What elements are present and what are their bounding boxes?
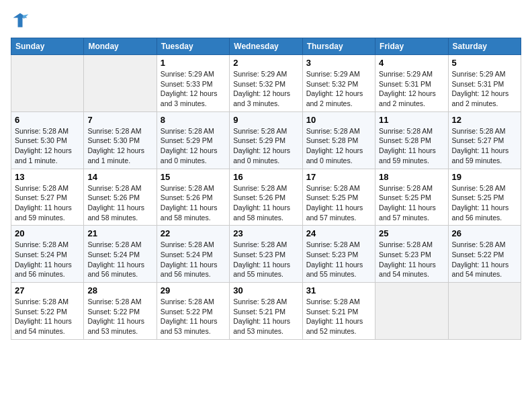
calendar-cell: 11Sunrise: 5:28 AM Sunset: 5:28 PM Dayli… [375,111,448,169]
calendar-cell: 3Sunrise: 5:29 AM Sunset: 5:32 PM Daylig… [302,55,375,112]
day-info: Sunrise: 5:29 AM Sunset: 5:31 PM Dayligh… [452,69,517,109]
calendar-header-sunday: Sunday [11,38,84,55]
calendar-header-row: SundayMondayTuesdayWednesdayThursdayFrid… [11,38,521,55]
calendar-cell [448,283,521,340]
day-info: Sunrise: 5:28 AM Sunset: 5:26 PM Dayligh… [233,183,298,223]
day-number: 11 [379,115,444,125]
day-number: 8 [161,115,226,125]
day-number: 22 [161,228,226,238]
calendar-cell: 23Sunrise: 5:28 AM Sunset: 5:23 PM Dayli… [230,226,302,283]
day-number: 12 [452,115,517,125]
calendar-cell: 28Sunrise: 5:28 AM Sunset: 5:22 PM Dayli… [84,283,157,340]
day-number: 9 [233,115,298,125]
day-info: Sunrise: 5:28 AM Sunset: 5:28 PM Dayligh… [379,126,444,166]
page-header [11,11,521,30]
day-info: Sunrise: 5:28 AM Sunset: 5:25 PM Dayligh… [306,183,371,223]
day-info: Sunrise: 5:28 AM Sunset: 5:25 PM Dayligh… [379,183,444,223]
day-info: Sunrise: 5:28 AM Sunset: 5:24 PM Dayligh… [87,240,152,279]
day-number: 18 [379,172,444,182]
calendar-cell [375,283,448,340]
day-number: 24 [306,228,371,238]
day-number: 5 [452,58,517,68]
day-number: 26 [452,228,517,238]
day-info: Sunrise: 5:28 AM Sunset: 5:24 PM Dayligh… [15,240,80,279]
calendar-body: 1Sunrise: 5:29 AM Sunset: 5:33 PM Daylig… [11,55,521,340]
calendar-cell: 18Sunrise: 5:28 AM Sunset: 5:25 PM Dayli… [375,169,448,226]
day-number: 28 [87,285,152,295]
day-info: Sunrise: 5:28 AM Sunset: 5:22 PM Dayligh… [15,297,80,336]
day-info: Sunrise: 5:28 AM Sunset: 5:22 PM Dayligh… [87,297,152,336]
calendar-header-wednesday: Wednesday [230,38,302,55]
day-number: 15 [161,172,226,182]
calendar-cell: 30Sunrise: 5:28 AM Sunset: 5:21 PM Dayli… [230,283,302,340]
day-number: 6 [15,115,80,125]
calendar-cell: 2Sunrise: 5:29 AM Sunset: 5:32 PM Daylig… [230,55,302,112]
calendar-header-tuesday: Tuesday [157,38,229,55]
calendar-cell [84,55,157,112]
day-number: 19 [452,172,517,182]
day-number: 16 [233,172,298,182]
day-number: 10 [306,115,371,125]
day-number: 7 [87,115,152,125]
svg-marker-1 [23,14,29,19]
logo-icon [11,11,30,30]
calendar-cell: 20Sunrise: 5:28 AM Sunset: 5:24 PM Dayli… [11,226,84,283]
day-info: Sunrise: 5:28 AM Sunset: 5:23 PM Dayligh… [233,240,298,279]
calendar-cell [11,55,84,112]
calendar-cell: 4Sunrise: 5:29 AM Sunset: 5:31 PM Daylig… [375,55,448,112]
calendar-cell: 29Sunrise: 5:28 AM Sunset: 5:22 PM Dayli… [157,283,229,340]
calendar-cell: 12Sunrise: 5:28 AM Sunset: 5:27 PM Dayli… [448,111,521,169]
day-number: 23 [233,228,298,238]
day-info: Sunrise: 5:28 AM Sunset: 5:28 PM Dayligh… [306,126,371,166]
calendar-header-monday: Monday [84,38,157,55]
calendar-header-friday: Friday [375,38,448,55]
day-number: 17 [306,172,371,182]
day-number: 4 [379,58,444,68]
day-info: Sunrise: 5:28 AM Sunset: 5:29 PM Dayligh… [233,126,298,166]
day-info: Sunrise: 5:28 AM Sunset: 5:26 PM Dayligh… [87,183,152,223]
day-info: Sunrise: 5:28 AM Sunset: 5:21 PM Dayligh… [233,297,298,336]
day-number: 31 [306,285,371,295]
day-info: Sunrise: 5:28 AM Sunset: 5:27 PM Dayligh… [15,183,80,223]
day-number: 20 [15,228,80,238]
day-number: 30 [233,285,298,295]
calendar-cell: 9Sunrise: 5:28 AM Sunset: 5:29 PM Daylig… [230,111,302,169]
calendar-cell: 17Sunrise: 5:28 AM Sunset: 5:25 PM Dayli… [302,169,375,226]
calendar-cell: 10Sunrise: 5:28 AM Sunset: 5:28 PM Dayli… [302,111,375,169]
day-info: Sunrise: 5:28 AM Sunset: 5:27 PM Dayligh… [452,126,517,166]
day-info: Sunrise: 5:28 AM Sunset: 5:30 PM Dayligh… [15,126,80,166]
day-info: Sunrise: 5:29 AM Sunset: 5:33 PM Dayligh… [161,69,226,109]
day-info: Sunrise: 5:28 AM Sunset: 5:29 PM Dayligh… [161,126,226,166]
calendar-cell: 1Sunrise: 5:29 AM Sunset: 5:33 PM Daylig… [157,55,229,112]
day-info: Sunrise: 5:28 AM Sunset: 5:25 PM Dayligh… [452,183,517,223]
day-number: 29 [161,285,226,295]
day-number: 13 [15,172,80,182]
calendar-week-2: 6Sunrise: 5:28 AM Sunset: 5:30 PM Daylig… [11,111,521,169]
calendar-cell: 7Sunrise: 5:28 AM Sunset: 5:30 PM Daylig… [84,111,157,169]
day-info: Sunrise: 5:29 AM Sunset: 5:32 PM Dayligh… [233,69,298,109]
calendar-week-5: 27Sunrise: 5:28 AM Sunset: 5:22 PM Dayli… [11,283,521,340]
day-info: Sunrise: 5:28 AM Sunset: 5:26 PM Dayligh… [161,183,226,223]
day-number: 14 [87,172,152,182]
calendar-cell: 8Sunrise: 5:28 AM Sunset: 5:29 PM Daylig… [157,111,229,169]
calendar-cell: 15Sunrise: 5:28 AM Sunset: 5:26 PM Dayli… [157,169,229,226]
calendar-cell: 19Sunrise: 5:28 AM Sunset: 5:25 PM Dayli… [448,169,521,226]
calendar-cell: 21Sunrise: 5:28 AM Sunset: 5:24 PM Dayli… [84,226,157,283]
calendar-cell: 5Sunrise: 5:29 AM Sunset: 5:31 PM Daylig… [448,55,521,112]
calendar-header-thursday: Thursday [302,38,375,55]
calendar-cell: 25Sunrise: 5:28 AM Sunset: 5:23 PM Dayli… [375,226,448,283]
day-info: Sunrise: 5:29 AM Sunset: 5:32 PM Dayligh… [306,69,371,109]
calendar-cell: 22Sunrise: 5:28 AM Sunset: 5:24 PM Dayli… [157,226,229,283]
calendar-cell: 27Sunrise: 5:28 AM Sunset: 5:22 PM Dayli… [11,283,84,340]
calendar-week-1: 1Sunrise: 5:29 AM Sunset: 5:33 PM Daylig… [11,55,521,112]
day-number: 3 [306,58,371,68]
day-info: Sunrise: 5:28 AM Sunset: 5:23 PM Dayligh… [379,240,444,279]
day-number: 25 [379,228,444,238]
calendar-cell: 13Sunrise: 5:28 AM Sunset: 5:27 PM Dayli… [11,169,84,226]
calendar-cell: 31Sunrise: 5:28 AM Sunset: 5:21 PM Dayli… [302,283,375,340]
day-info: Sunrise: 5:28 AM Sunset: 5:30 PM Dayligh… [87,126,152,166]
day-info: Sunrise: 5:28 AM Sunset: 5:22 PM Dayligh… [161,297,226,336]
day-info: Sunrise: 5:28 AM Sunset: 5:22 PM Dayligh… [452,240,517,279]
day-info: Sunrise: 5:28 AM Sunset: 5:24 PM Dayligh… [161,240,226,279]
calendar-header-saturday: Saturday [448,38,521,55]
